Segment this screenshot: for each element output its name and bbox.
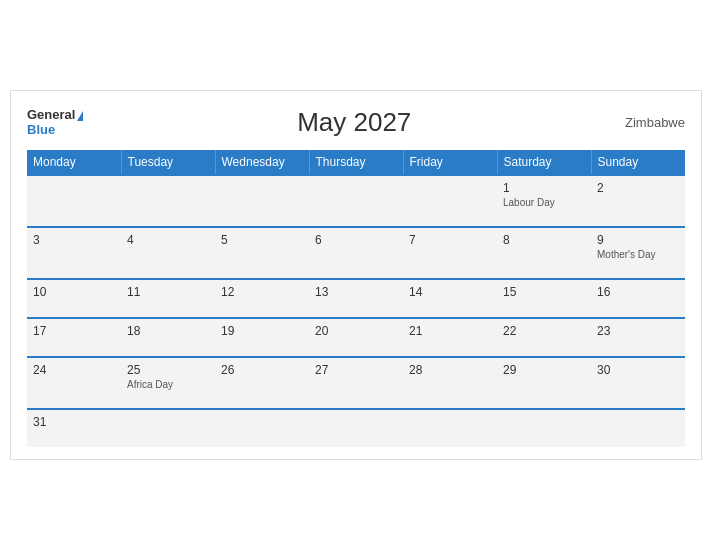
- calendar-cell: 22: [497, 318, 591, 357]
- calendar-cell: 11: [121, 279, 215, 318]
- day-number: 27: [315, 363, 328, 377]
- calendar-week-row: 17181920212223: [27, 318, 685, 357]
- calendar-cell: [215, 175, 309, 227]
- calendar-week-row: 10111213141516: [27, 279, 685, 318]
- calendar-cell: 3: [27, 227, 121, 279]
- calendar-cell: 16: [591, 279, 685, 318]
- calendar-cell: 31: [27, 409, 121, 447]
- weekday-header-tuesday: Tuesday: [121, 150, 215, 175]
- weekday-header-monday: Monday: [27, 150, 121, 175]
- day-number: 6: [315, 233, 322, 247]
- calendar-cell: 25Africa Day: [121, 357, 215, 409]
- holiday-label: Africa Day: [127, 379, 209, 390]
- calendar-cell: [403, 409, 497, 447]
- calendar-cell: [403, 175, 497, 227]
- day-number: 3: [33, 233, 40, 247]
- holiday-label: Mother's Day: [597, 249, 679, 260]
- calendar-cell: 9Mother's Day: [591, 227, 685, 279]
- calendar-cell: 8: [497, 227, 591, 279]
- calendar-cell: 24: [27, 357, 121, 409]
- day-number: 12: [221, 285, 234, 299]
- weekday-header-thursday: Thursday: [309, 150, 403, 175]
- calendar-cell: 30: [591, 357, 685, 409]
- calendar-cell: 28: [403, 357, 497, 409]
- calendar-week-row: 1Labour Day2: [27, 175, 685, 227]
- calendar-cell: 7: [403, 227, 497, 279]
- calendar-cell: 6: [309, 227, 403, 279]
- day-number: 16: [597, 285, 610, 299]
- calendar-cell: 10: [27, 279, 121, 318]
- calendar-cell: 23: [591, 318, 685, 357]
- day-number: 21: [409, 324, 422, 338]
- calendar: General Blue May 2027 Zimbabwe MondayTue…: [10, 90, 702, 460]
- calendar-cell: 19: [215, 318, 309, 357]
- day-number: 4: [127, 233, 134, 247]
- calendar-header: General Blue May 2027 Zimbabwe: [27, 107, 685, 138]
- day-number: 13: [315, 285, 328, 299]
- day-number: 31: [33, 415, 46, 429]
- day-number: 11: [127, 285, 140, 299]
- calendar-cell: 14: [403, 279, 497, 318]
- logo-triangle-icon: [77, 111, 83, 121]
- weekday-header-row: MondayTuesdayWednesdayThursdayFridaySatu…: [27, 150, 685, 175]
- day-number: 19: [221, 324, 234, 338]
- calendar-cell: [497, 409, 591, 447]
- calendar-cell: [591, 409, 685, 447]
- calendar-cell: [309, 409, 403, 447]
- day-number: 9: [597, 233, 604, 247]
- calendar-cell: 26: [215, 357, 309, 409]
- calendar-week-row: 2425Africa Day2627282930: [27, 357, 685, 409]
- calendar-tbody: 1Labour Day23456789Mother's Day101112131…: [27, 175, 685, 447]
- day-number: 7: [409, 233, 416, 247]
- day-number: 10: [33, 285, 46, 299]
- logo-general-text: General: [27, 108, 83, 122]
- calendar-cell: [27, 175, 121, 227]
- day-number: 28: [409, 363, 422, 377]
- day-number: 14: [409, 285, 422, 299]
- calendar-thead: MondayTuesdayWednesdayThursdayFridaySatu…: [27, 150, 685, 175]
- calendar-cell: 1Labour Day: [497, 175, 591, 227]
- logo-blue-text: Blue: [27, 123, 83, 137]
- weekday-header-friday: Friday: [403, 150, 497, 175]
- day-number: 5: [221, 233, 228, 247]
- day-number: 8: [503, 233, 510, 247]
- calendar-cell: 4: [121, 227, 215, 279]
- day-number: 20: [315, 324, 328, 338]
- calendar-table: MondayTuesdayWednesdayThursdayFridaySatu…: [27, 150, 685, 447]
- calendar-week-row: 3456789Mother's Day: [27, 227, 685, 279]
- weekday-header-saturday: Saturday: [497, 150, 591, 175]
- calendar-cell: 12: [215, 279, 309, 318]
- calendar-cell: 18: [121, 318, 215, 357]
- day-number: 25: [127, 363, 140, 377]
- day-number: 18: [127, 324, 140, 338]
- day-number: 22: [503, 324, 516, 338]
- calendar-cell: 29: [497, 357, 591, 409]
- weekday-header-wednesday: Wednesday: [215, 150, 309, 175]
- day-number: 26: [221, 363, 234, 377]
- calendar-cell: 5: [215, 227, 309, 279]
- calendar-cell: 17: [27, 318, 121, 357]
- weekday-header-sunday: Sunday: [591, 150, 685, 175]
- day-number: 29: [503, 363, 516, 377]
- calendar-cell: [121, 175, 215, 227]
- calendar-cell: 2: [591, 175, 685, 227]
- day-number: 23: [597, 324, 610, 338]
- day-number: 17: [33, 324, 46, 338]
- calendar-cell: 27: [309, 357, 403, 409]
- country-label: Zimbabwe: [625, 115, 685, 130]
- day-number: 30: [597, 363, 610, 377]
- calendar-cell: [215, 409, 309, 447]
- day-number: 1: [503, 181, 510, 195]
- calendar-week-row: 31: [27, 409, 685, 447]
- day-number: 24: [33, 363, 46, 377]
- day-number: 2: [597, 181, 604, 195]
- calendar-cell: 21: [403, 318, 497, 357]
- calendar-cell: 13: [309, 279, 403, 318]
- calendar-cell: [309, 175, 403, 227]
- holiday-label: Labour Day: [503, 197, 585, 208]
- logo: General Blue: [27, 108, 83, 137]
- calendar-cell: 15: [497, 279, 591, 318]
- month-title: May 2027: [297, 107, 411, 138]
- calendar-cell: 20: [309, 318, 403, 357]
- day-number: 15: [503, 285, 516, 299]
